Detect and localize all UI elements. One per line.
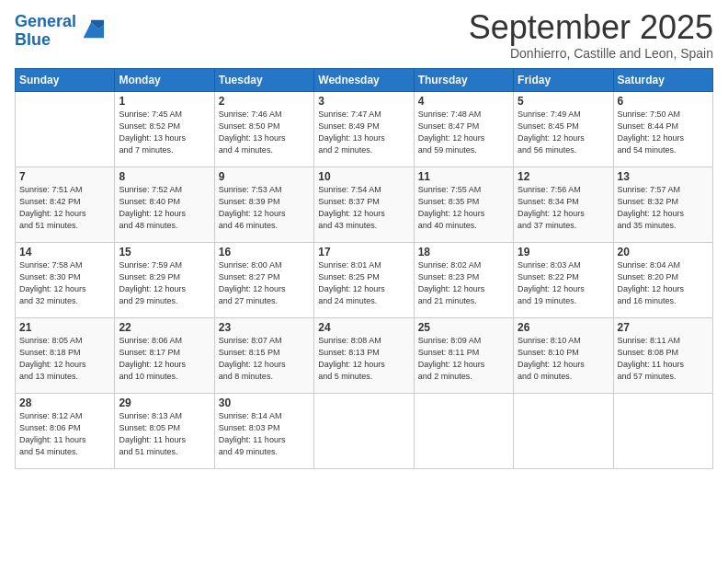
day-number: 26	[518, 321, 609, 334]
day-info: Sunrise: 7:46 AM Sunset: 8:50 PM Dayligh…	[219, 109, 310, 156]
day-number: 30	[219, 396, 310, 409]
logo-line2: Blue	[15, 30, 51, 49]
day-cell: 28Sunrise: 8:12 AM Sunset: 8:06 PM Dayli…	[16, 393, 115, 468]
day-cell: 17Sunrise: 8:01 AM Sunset: 8:25 PM Dayli…	[314, 242, 414, 317]
day-number: 11	[418, 170, 509, 183]
day-number: 14	[19, 246, 110, 259]
header-cell-wednesday: Wednesday	[314, 68, 414, 91]
day-cell: 7Sunrise: 7:51 AM Sunset: 8:42 PM Daylig…	[16, 167, 115, 242]
day-cell: 24Sunrise: 8:08 AM Sunset: 8:13 PM Dayli…	[314, 317, 414, 393]
day-info: Sunrise: 7:50 AM Sunset: 8:44 PM Dayligh…	[618, 109, 709, 156]
day-info: Sunrise: 8:13 AM Sunset: 8:05 PM Dayligh…	[119, 410, 210, 458]
day-number: 15	[119, 246, 210, 259]
day-info: Sunrise: 8:03 AM Sunset: 8:22 PM Dayligh…	[518, 259, 609, 307]
day-cell: 27Sunrise: 8:11 AM Sunset: 8:08 PM Dayli…	[613, 317, 712, 393]
logo: General Blue	[15, 13, 104, 50]
day-number: 3	[318, 95, 409, 108]
day-number: 12	[518, 170, 609, 183]
day-cell: 23Sunrise: 8:07 AM Sunset: 8:15 PM Dayli…	[214, 317, 313, 393]
month-title: September 2025	[469, 9, 713, 46]
day-number: 6	[618, 95, 709, 108]
day-cell	[16, 91, 115, 167]
day-info: Sunrise: 7:55 AM Sunset: 8:35 PM Dayligh…	[418, 184, 509, 232]
day-number: 22	[119, 321, 210, 334]
day-info: Sunrise: 8:10 AM Sunset: 8:10 PM Dayligh…	[518, 335, 609, 383]
day-cell: 30Sunrise: 8:14 AM Sunset: 8:03 PM Dayli…	[214, 393, 313, 468]
day-number: 13	[618, 170, 709, 183]
week-row-2: 7Sunrise: 7:51 AM Sunset: 8:42 PM Daylig…	[16, 167, 713, 242]
day-number: 18	[418, 246, 509, 259]
day-cell: 20Sunrise: 8:04 AM Sunset: 8:20 PM Dayli…	[613, 242, 712, 317]
header-cell-tuesday: Tuesday	[214, 68, 313, 91]
day-info: Sunrise: 8:07 AM Sunset: 8:15 PM Dayligh…	[219, 335, 310, 383]
day-info: Sunrise: 8:08 AM Sunset: 8:13 PM Dayligh…	[318, 335, 409, 383]
day-info: Sunrise: 7:53 AM Sunset: 8:39 PM Dayligh…	[219, 184, 310, 232]
day-number: 1	[119, 95, 210, 108]
day-cell	[314, 393, 414, 468]
day-cell: 8Sunrise: 7:52 AM Sunset: 8:40 PM Daylig…	[115, 167, 214, 242]
day-number: 21	[19, 321, 110, 334]
day-info: Sunrise: 8:02 AM Sunset: 8:23 PM Dayligh…	[418, 259, 509, 307]
day-info: Sunrise: 7:52 AM Sunset: 8:40 PM Dayligh…	[119, 184, 210, 232]
day-cell: 3Sunrise: 7:47 AM Sunset: 8:49 PM Daylig…	[314, 91, 414, 167]
day-cell: 12Sunrise: 7:56 AM Sunset: 8:34 PM Dayli…	[514, 167, 613, 242]
day-info: Sunrise: 8:14 AM Sunset: 8:03 PM Dayligh…	[219, 410, 310, 458]
day-cell: 15Sunrise: 7:59 AM Sunset: 8:29 PM Dayli…	[115, 242, 214, 317]
day-info: Sunrise: 8:06 AM Sunset: 8:17 PM Dayligh…	[119, 335, 210, 383]
header: General Blue September 2025 Donhierro, C…	[15, 9, 713, 61]
header-row: SundayMondayTuesdayWednesdayThursdayFrid…	[16, 68, 713, 91]
day-cell: 9Sunrise: 7:53 AM Sunset: 8:39 PM Daylig…	[214, 167, 313, 242]
day-cell: 25Sunrise: 8:09 AM Sunset: 8:11 PM Dayli…	[414, 317, 513, 393]
week-row-3: 14Sunrise: 7:58 AM Sunset: 8:30 PM Dayli…	[16, 242, 713, 317]
day-number: 27	[618, 321, 709, 334]
day-number: 7	[19, 170, 110, 183]
day-number: 19	[518, 246, 609, 259]
day-cell	[613, 393, 712, 468]
day-number: 24	[318, 321, 409, 334]
day-number: 17	[318, 246, 409, 259]
day-info: Sunrise: 7:54 AM Sunset: 8:37 PM Dayligh…	[318, 184, 409, 232]
logo-line1: General	[15, 12, 76, 30]
day-number: 10	[318, 170, 409, 183]
page-container: General Blue September 2025 Donhierro, C…	[0, 0, 728, 478]
header-cell-saturday: Saturday	[613, 68, 712, 91]
day-number: 16	[219, 246, 310, 259]
day-cell: 13Sunrise: 7:57 AM Sunset: 8:32 PM Dayli…	[613, 167, 712, 242]
day-cell: 5Sunrise: 7:49 AM Sunset: 8:45 PM Daylig…	[514, 91, 613, 167]
calendar-header: SundayMondayTuesdayWednesdayThursdayFrid…	[16, 68, 713, 91]
day-cell: 4Sunrise: 7:48 AM Sunset: 8:47 PM Daylig…	[414, 91, 513, 167]
day-cell: 16Sunrise: 8:00 AM Sunset: 8:27 PM Dayli…	[214, 242, 313, 317]
day-cell: 2Sunrise: 7:46 AM Sunset: 8:50 PM Daylig…	[214, 91, 313, 167]
location-subtitle: Donhierro, Castille and Leon, Spain	[469, 46, 713, 61]
day-number: 9	[219, 170, 310, 183]
logo-text: General Blue	[15, 13, 76, 50]
day-cell: 18Sunrise: 8:02 AM Sunset: 8:23 PM Dayli…	[414, 242, 513, 317]
day-info: Sunrise: 8:00 AM Sunset: 8:27 PM Dayligh…	[219, 259, 310, 307]
header-cell-monday: Monday	[115, 68, 214, 91]
day-info: Sunrise: 7:45 AM Sunset: 8:52 PM Dayligh…	[119, 109, 210, 156]
day-info: Sunrise: 8:04 AM Sunset: 8:20 PM Dayligh…	[618, 259, 709, 307]
day-number: 8	[119, 170, 210, 183]
day-cell: 21Sunrise: 8:05 AM Sunset: 8:18 PM Dayli…	[16, 317, 115, 393]
day-info: Sunrise: 7:51 AM Sunset: 8:42 PM Dayligh…	[19, 184, 110, 232]
day-cell: 19Sunrise: 8:03 AM Sunset: 8:22 PM Dayli…	[514, 242, 613, 317]
day-number: 2	[219, 95, 310, 108]
calendar-body: 1Sunrise: 7:45 AM Sunset: 8:52 PM Daylig…	[16, 91, 713, 468]
header-cell-sunday: Sunday	[16, 68, 115, 91]
day-cell	[514, 393, 613, 468]
day-number: 28	[19, 396, 110, 409]
day-info: Sunrise: 8:05 AM Sunset: 8:18 PM Dayligh…	[19, 335, 110, 383]
day-cell: 1Sunrise: 7:45 AM Sunset: 8:52 PM Daylig…	[115, 91, 214, 167]
day-cell: 6Sunrise: 7:50 AM Sunset: 8:44 PM Daylig…	[613, 91, 712, 167]
day-info: Sunrise: 7:49 AM Sunset: 8:45 PM Dayligh…	[518, 109, 609, 156]
day-info: Sunrise: 8:12 AM Sunset: 8:06 PM Dayligh…	[19, 410, 110, 458]
day-number: 5	[518, 95, 609, 108]
week-row-5: 28Sunrise: 8:12 AM Sunset: 8:06 PM Dayli…	[16, 393, 713, 468]
week-row-1: 1Sunrise: 7:45 AM Sunset: 8:52 PM Daylig…	[16, 91, 713, 167]
day-number: 4	[418, 95, 509, 108]
day-cell: 26Sunrise: 8:10 AM Sunset: 8:10 PM Dayli…	[514, 317, 613, 393]
week-row-4: 21Sunrise: 8:05 AM Sunset: 8:18 PM Dayli…	[16, 317, 713, 393]
day-info: Sunrise: 7:56 AM Sunset: 8:34 PM Dayligh…	[518, 184, 609, 232]
day-info: Sunrise: 8:11 AM Sunset: 8:08 PM Dayligh…	[618, 335, 709, 383]
day-number: 25	[418, 321, 509, 334]
